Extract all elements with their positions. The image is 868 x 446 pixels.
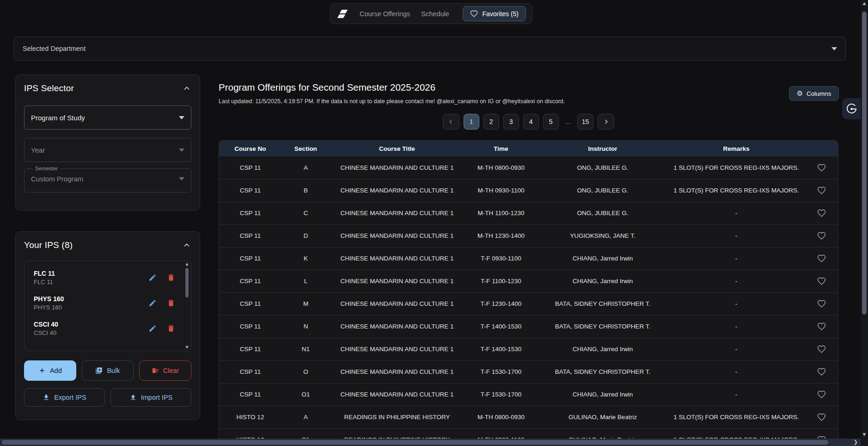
- cell-course-title: READINGS IN PHILIPPINE HISTORY: [330, 406, 464, 428]
- add-label: Add: [50, 367, 62, 374]
- cell-time: M-TH 0800-0930: [464, 406, 538, 428]
- favorites-label: Favorites (5): [482, 10, 519, 18]
- heart-icon[interactable]: [817, 186, 826, 195]
- cell-favorite: [805, 315, 838, 338]
- nav-link-course-offerings[interactable]: Course Offerings: [360, 10, 410, 18]
- table-row[interactable]: CSP 11 B CHINESE MANDARIN AND CULTURE 1 …: [219, 179, 838, 202]
- heart-icon[interactable]: [817, 231, 826, 240]
- bulk-button[interactable]: Bulk: [82, 360, 134, 381]
- scroll-right-icon[interactable]: ❯: [854, 439, 858, 446]
- delete-button[interactable]: [167, 324, 175, 333]
- vertical-scrollbar[interactable]: ▲ ▼: [861, 0, 868, 439]
- cell-instructor: GULINAO, Marie Beatriz: [538, 406, 667, 428]
- heart-icon[interactable]: [817, 254, 826, 263]
- scroll-down-icon[interactable]: ▼: [861, 431, 868, 438]
- pagination-prev-button[interactable]: [443, 114, 459, 130]
- cell-remarks: -: [667, 224, 805, 247]
- table-row[interactable]: HISTO 12 B1 READINGS IN PHILIPPINE HISTO…: [219, 428, 838, 439]
- heart-icon[interactable]: [817, 390, 826, 399]
- chevron-right-icon: [602, 118, 610, 125]
- heart-icon[interactable]: [817, 277, 826, 285]
- table-row[interactable]: CSP 11 C CHINESE MANDARIN AND CULTURE 1 …: [219, 202, 838, 224]
- ips-list-scrollbar[interactable]: ▲ ▼: [184, 262, 189, 350]
- nav-link-schedule[interactable]: Schedule: [421, 10, 449, 18]
- import-label: Import IPS: [141, 394, 173, 401]
- heart-icon[interactable]: [817, 299, 826, 308]
- table-row[interactable]: CSP 11 D CHINESE MANDARIN AND CULTURE 1 …: [219, 224, 838, 247]
- pencil-icon: [148, 299, 157, 307]
- cell-remarks: -: [667, 315, 805, 338]
- add-button[interactable]: Add: [24, 360, 76, 381]
- heart-icon[interactable]: [817, 322, 826, 331]
- export-ips-button[interactable]: Export IPS: [24, 388, 105, 407]
- selected-department-dropdown[interactable]: Selected Department: [14, 37, 846, 61]
- bulk-label: Bulk: [107, 367, 120, 374]
- table-row[interactable]: HISTO 12 A READINGS IN PHILIPPINE HISTOR…: [219, 406, 838, 428]
- clear-label: Clear: [163, 367, 179, 374]
- pagination-page-15[interactable]: 15: [577, 114, 594, 130]
- scroll-up-icon[interactable]: ▲: [184, 262, 189, 266]
- trash-icon: [167, 273, 175, 282]
- table-row[interactable]: CSP 11 O CHINESE MANDARIN AND CULTURE 1 …: [219, 360, 838, 383]
- ips-item-subtitle: FLC 11: [34, 279, 148, 285]
- table-row[interactable]: CSP 11 O1 CHINESE MANDARIN AND CULTURE 1…: [219, 383, 838, 406]
- table-row[interactable]: CSP 11 K CHINESE MANDARIN AND CULTURE 1 …: [219, 247, 838, 270]
- cell-course-no: CSP 11: [219, 360, 281, 383]
- delete-button[interactable]: [167, 299, 175, 307]
- edit-button[interactable]: [148, 324, 157, 333]
- program-of-study-select[interactable]: Program of Study: [24, 105, 191, 130]
- header-section: Section: [281, 141, 330, 156]
- heart-icon[interactable]: [817, 345, 826, 353]
- table-row[interactable]: CSP 11 A CHINESE MANDARIN AND CULTURE 1 …: [219, 156, 838, 179]
- pencil-icon: [148, 273, 157, 282]
- heart-icon[interactable]: [817, 163, 826, 172]
- year-select[interactable]: Year: [24, 138, 191, 162]
- edit-button[interactable]: [148, 299, 157, 307]
- pagination-page-1[interactable]: 1: [464, 114, 479, 130]
- cell-time: T-F 1100-1230: [464, 270, 538, 292]
- pagination-page-4[interactable]: 4: [523, 114, 539, 130]
- table-row[interactable]: CSP 11 L CHINESE MANDARIN AND CULTURE 1 …: [219, 270, 838, 292]
- cell-course-no: CSP 11: [219, 156, 281, 179]
- collapse-chevron-up-icon[interactable]: [182, 84, 191, 93]
- edit-button[interactable]: [148, 273, 157, 282]
- scroll-down-icon[interactable]: ▼: [184, 345, 189, 350]
- table-row[interactable]: CSP 11 N CHINESE MANDARIN AND CULTURE 1 …: [219, 315, 838, 338]
- heart-icon[interactable]: [817, 367, 826, 376]
- cell-instructor: ONG, JUBILEE G.: [538, 179, 667, 202]
- course-table: Course No Section Course Title Time Inst…: [219, 140, 838, 439]
- pagination-page-2[interactable]: 2: [483, 114, 499, 130]
- import-ips-button[interactable]: Import IPS: [110, 388, 191, 407]
- pagination-page-5[interactable]: 5: [543, 114, 559, 130]
- cell-instructor: BATA, SIDNEY CHRISTOPHER T.: [538, 315, 667, 338]
- heart-icon[interactable]: [817, 209, 826, 217]
- columns-button[interactable]: ⚙ Columns: [789, 86, 839, 101]
- collapse-chevron-up-icon[interactable]: [182, 241, 191, 250]
- header-favorite: [805, 141, 838, 156]
- cell-section: L: [281, 270, 330, 292]
- scrollbar-thumb[interactable]: [185, 268, 189, 297]
- semester-select[interactable]: Semester Custom Program: [24, 166, 191, 192]
- floating-g-widget-button[interactable]: [842, 98, 861, 119]
- cell-instructor: BATA, SIDNEY CHRISTOPHER T.: [538, 360, 667, 383]
- pagination-page-3[interactable]: 3: [503, 114, 519, 130]
- pagination-next-button[interactable]: [598, 114, 614, 130]
- heart-icon[interactable]: [817, 413, 826, 421]
- ips-item-code: PHYS 160: [34, 295, 148, 303]
- cell-course-no: CSP 11: [219, 338, 281, 360]
- cell-instructor: GULINAO, Marie Beatriz: [538, 428, 667, 439]
- clear-button[interactable]: Clear: [139, 360, 191, 381]
- cell-time: T-F 1230-1400: [464, 292, 538, 315]
- table-row[interactable]: CSP 11 M CHINESE MANDARIN AND CULTURE 1 …: [219, 292, 838, 315]
- delete-button[interactable]: [167, 273, 175, 282]
- cell-favorite: [805, 156, 838, 179]
- scrollbar-thumb[interactable]: [862, 12, 867, 315]
- pagination: 12345…15: [219, 114, 838, 130]
- cell-course-title: READINGS IN PHILIPPINE HISTORY: [330, 428, 464, 439]
- table-row[interactable]: CSP 11 N1 CHINESE MANDARIN AND CULTURE 1…: [219, 338, 838, 360]
- horizontal-scrollbar[interactable]: ❯: [0, 439, 861, 446]
- scrollbar-thumb[interactable]: [2, 440, 828, 445]
- favorites-button[interactable]: Favorites (5): [463, 6, 526, 21]
- export-label: Export IPS: [54, 394, 86, 401]
- scroll-up-icon[interactable]: ▲: [861, 0, 868, 6]
